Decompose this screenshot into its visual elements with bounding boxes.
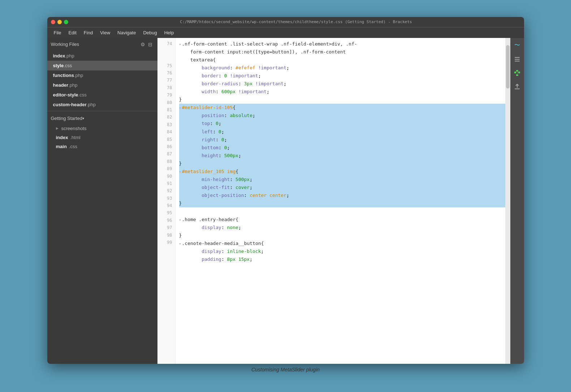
code-line-98: display: inline-block; [179,247,505,255]
svg-rect-0 [515,57,520,58]
code-line-75: background: #efefef !important; [179,64,505,72]
main-area: Working Files ⚙ ⊟ index.php style.css fu… [47,38,524,364]
code-line-93 [179,207,505,215]
code-line-95: display: none; [179,224,505,232]
svg-rect-6 [516,74,518,76]
code-line-80: ▾#metaslider-id-105{ [179,104,505,112]
sidebar-divider [47,111,157,111]
code-line-84: right: 0; [179,136,505,144]
code-line-88: ▾#metaslider_105 img{ [179,168,505,176]
getting-started-label: Getting Started [51,116,82,121]
code-lines: ▾.nf-form-content .list-select-wrap .nf-… [176,38,505,364]
tree-item-screenshots[interactable]: screenshots [47,124,157,133]
working-files-settings-icon[interactable]: ⚙ [139,41,147,48]
svg-rect-4 [518,72,520,73]
code-line-79: } [179,96,505,104]
file-item-header-php[interactable]: header.php [47,80,157,90]
git-icon[interactable] [512,68,522,78]
tree-item-main-css[interactable]: main.css [47,142,157,151]
menu-edit[interactable]: Edit [65,29,80,37]
working-files-header: Working Files ⚙ ⊟ [47,38,157,51]
code-line-77: border-radius: 3px !important; [179,80,505,88]
close-button[interactable] [51,20,55,24]
file-item-index-php[interactable]: index.php [47,51,157,61]
code-line-97: ▾.cenote-header-media__button{ [179,240,505,247]
code-line-99: padding: 8px 15px; [179,255,505,263]
code-line-92: } [179,199,505,207]
file-item-functions-php[interactable]: functions.php [47,70,157,80]
code-line-74c: textarea{ [179,56,505,64]
scrollbar-thumb[interactable] [506,45,510,89]
file-item-style-css[interactable]: style.css [47,61,157,70]
sidebar: Working Files ⚙ ⊟ index.php style.css fu… [47,38,157,364]
menu-help[interactable]: Help [161,29,178,37]
maximize-button[interactable] [64,20,68,24]
getting-started-header[interactable]: Getting Started ▾ [47,113,157,124]
code-line-89: min-height: 500px; [179,176,505,184]
menu-bar: File Edit Find View Navigate Debug Help [47,27,524,38]
scrollbar-track[interactable] [505,38,510,364]
code-line-91: object-position: center center; [179,191,505,199]
live-preview-icon[interactable]: 〜 [512,41,522,50]
upload-icon[interactable] [512,82,522,91]
code-line-83: left: 0; [179,128,505,136]
file-item-editor-style-css[interactable]: editor-style.css [47,90,157,100]
code-area: 74 75 76 77 78 79 80 81 82 83 84 85 [157,38,510,364]
title-bar: C:/MAMP/htdocs/second_website/wp-content… [47,17,524,27]
right-panel: 〜 [510,38,524,364]
menu-view[interactable]: View [96,29,114,37]
svg-rect-8 [515,89,520,89]
svg-rect-1 [515,59,520,60]
menu-file[interactable]: File [50,29,65,37]
working-files-close-icon[interactable]: ⊟ [147,41,154,48]
editor-content[interactable]: 74 75 76 77 78 79 80 81 82 83 84 85 [157,38,510,364]
minimize-button[interactable] [57,20,62,24]
code-line-74: ▾.nf-form-content .list-select-wrap .nf-… [179,40,505,48]
code-line-90: object-fit: cover; [179,184,505,191]
code-line-94: ▾.home .entry-header{ [179,216,505,224]
code-line-78: width: 600px !important; [179,88,505,96]
menu-navigate[interactable]: Navigate [114,29,139,37]
extension-manager-icon[interactable] [512,55,522,64]
code-line-85: bottom: 0; [179,144,505,152]
tree-item-index-html[interactable]: index.html [47,133,157,142]
code-line-76: border: 0 !important; [179,72,505,80]
page-caption: Customising MetaSlider plugin [244,364,327,375]
code-line-74b: form-content input:not([type=button]), .… [179,48,505,56]
file-item-custom-header-php[interactable]: custom-header.php [47,100,157,109]
svg-rect-5 [516,70,518,72]
line-numbers: 74 75 76 77 78 79 80 81 82 83 84 85 [157,38,176,364]
brackets-window: C:/MAMP/htdocs/second_website/wp-content… [47,17,524,364]
code-line-86: height: 500px; [179,152,505,160]
menu-find[interactable]: Find [80,29,96,37]
code-line-87: } [179,160,505,168]
svg-rect-7 [517,72,517,74]
window-title: C:/MAMP/htdocs/second_website/wp-content… [72,20,520,24]
svg-rect-2 [515,61,520,61]
editor: 74 75 76 77 78 79 80 81 82 83 84 85 [157,38,510,364]
menu-debug[interactable]: Debug [139,29,160,37]
code-line-81: position: absolute; [179,112,505,120]
code-line-96: } [179,232,505,240]
svg-rect-3 [514,72,516,73]
code-line-82: top: 0; [179,120,505,128]
window-controls [51,20,68,24]
getting-started-arrow: ▾ [82,116,84,120]
working-files-label: Working Files [51,42,139,47]
